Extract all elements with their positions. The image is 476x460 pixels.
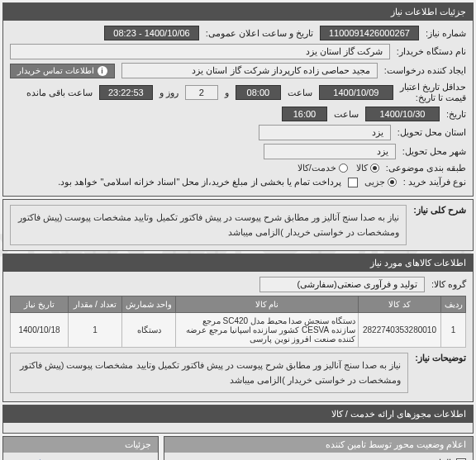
radio-goods[interactable]: کالا xyxy=(356,163,379,173)
radio-single[interactable]: جزیی xyxy=(364,177,397,187)
and-label: و xyxy=(225,88,229,98)
province-label: استان محل تحویل: xyxy=(397,127,466,138)
cell-need-date: 1400/10/18 xyxy=(11,313,69,348)
th-row: ردیف xyxy=(441,296,466,313)
items-table: ردیف کد کالا نام کالا واحد شمارش تعداد /… xyxy=(10,296,466,348)
time1-value: 08:00 xyxy=(236,85,281,100)
radio-service-label: خدمت/کالا xyxy=(298,163,336,173)
radio-dot-icon xyxy=(370,164,379,173)
buyer-org-value: شرکت گاز استان یزد xyxy=(10,44,390,59)
general-desc-text: نیاز به صدا سنج آنالیز ور مطابق شرح پیوس… xyxy=(10,205,407,245)
panel-items-info-header: اطلاعات کالاهای مورد نیاز xyxy=(3,254,473,272)
treasury-checkbox[interactable] xyxy=(348,178,358,187)
province-value: یزد xyxy=(259,125,391,140)
panel-need-info: جزئیات اطلاعات نیاز شماره نیاز: 11000914… xyxy=(2,2,474,197)
date2-value: 1400/10/30 xyxy=(365,107,440,121)
panel-permits-header: اطلاعات مجوزهای ارائه خدمت / کالا xyxy=(3,405,473,423)
info-icon: i xyxy=(98,66,107,76)
panel-permits: اطلاعات مجوزهای ارائه خدمت / کالا xyxy=(2,405,474,434)
cell-unit: دستگاه xyxy=(122,313,176,348)
buyer-org-label: نام دستگاه خریدار: xyxy=(397,46,466,57)
radio-single-label: جزیی xyxy=(364,177,385,187)
cell-qty: 1 xyxy=(69,313,122,348)
th-name: نام کالا xyxy=(176,296,359,313)
need-no-value: 1100091426000267 xyxy=(320,26,419,40)
contact-buyer-label: اطلاعات تماس خریدار xyxy=(17,66,94,75)
group-label: گروه کالا: xyxy=(431,279,466,290)
radio-dot-icon xyxy=(339,164,348,173)
th-unit: واحد شمارش xyxy=(122,296,176,313)
days-label: روز و xyxy=(159,88,178,98)
requester-value: مجید حماصی زاده کارپرداز شرکت گاز استان … xyxy=(121,63,378,78)
need-no-label: شماره نیاز: xyxy=(426,28,466,39)
panel-items-info: اطلاعات کالاهای مورد نیاز گروه کالا: تول… xyxy=(2,254,474,402)
remain-label: ساعت باقی مانده xyxy=(26,88,93,98)
notes-label: توضیحات نیاز: xyxy=(415,353,466,363)
cell-code: 2822740353280010 xyxy=(359,313,441,348)
radio-service[interactable]: خدمت/کالا xyxy=(298,163,348,173)
time2-label: ساعت xyxy=(334,109,359,120)
time2-value: 16:00 xyxy=(282,107,327,121)
process-label: نوع فرآیند خرید : xyxy=(403,177,466,187)
radio-goods-label: کالا xyxy=(356,163,368,173)
details-header: جزئیات xyxy=(3,437,158,453)
th-qty: تعداد / مقدار xyxy=(69,296,122,313)
panel-need-info-header: جزئیات اطلاعات نیاز xyxy=(3,3,473,21)
contact-buyer-button[interactable]: i اطلاعات تماس خریدار xyxy=(10,64,115,78)
category-label: طبقه بندی موضوعی: xyxy=(386,163,466,173)
th-code: کد کالا xyxy=(359,296,441,313)
time1-label: ساعت xyxy=(288,88,312,98)
days-value: 2 xyxy=(185,85,218,100)
notes-text: نیاز به صدا سنج آنالیز ور مطابق شرح پیوس… xyxy=(10,353,408,393)
city-label: شهر محل تحویل: xyxy=(402,146,466,157)
group-value: تولید و فرآوری صنعتی(سفارشی) xyxy=(259,277,425,292)
min-valid-date: 1400/10/09 xyxy=(319,85,393,100)
process-note: پرداخت تمام یا بخشی از مبلغ خرید،از محل … xyxy=(10,177,341,187)
cell-row: 1 xyxy=(441,313,466,348)
panel-general-desc: شرح کلی نیاز: نیاز به صدا سنج آنالیز ور … xyxy=(2,199,474,251)
remain-value: 23:22:53 xyxy=(99,85,153,100)
status-header: اعلام وضعیت محور توسط تامین کننده xyxy=(164,437,473,453)
table-row: 1 2822740353280010 دستگاه سنجش صدا محیط … xyxy=(11,313,466,348)
city-value: یزد xyxy=(264,144,396,159)
announce-dt-label: تاریخ و ساعت اعلان عمومی: xyxy=(206,28,313,39)
radio-dot-icon xyxy=(388,178,397,187)
th-need-date: تاریخ نیاز xyxy=(11,296,69,313)
announce-dt-value: 1400/10/06 - 08:23 xyxy=(104,26,198,40)
date2-label: تاریخ: xyxy=(446,109,466,120)
requester-label: ایجاد کننده درخواست: xyxy=(384,65,466,76)
category-radio-group: کالا خدمت/کالا xyxy=(298,163,379,173)
min-valid-label: حداقل تاریخ اعتبار قیمت تا تاریخ: xyxy=(400,82,466,103)
cell-name: دستگاه سنجش صدا محیط مدل SC420 مرجع سازن… xyxy=(176,313,359,348)
general-desc-label: شرح کلی نیاز: xyxy=(413,205,466,216)
